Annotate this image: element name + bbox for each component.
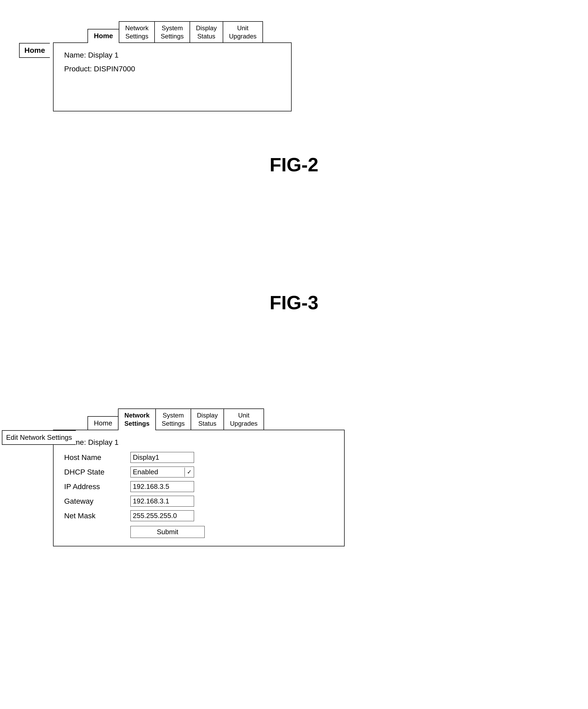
dhcp-state-select[interactable]: Enabled ✓ [131,467,194,477]
fig2-section: Home NetworkSettings SystemSettings Disp… [53,21,291,111]
fig2-product-line: Product: DISPIN7000 [64,65,280,73]
fig2-label: FIG-2 [0,154,588,176]
submit-button[interactable]: Submit [131,526,205,538]
tab-home-fig3[interactable]: Home [87,416,118,430]
tab-display-status-fig3[interactable]: DisplayStatus [191,409,224,430]
dhcp-state-label: DHCP State [64,468,122,476]
fig3-content: Edit Network Settings Name: Display 1 Ho… [53,430,345,546]
gateway-label: Gateway [64,497,122,505]
fig3-section: Home NetworkSettings SystemSettings Disp… [53,409,345,546]
tab-home-fig2[interactable]: Home [87,29,119,43]
dhcp-state-value: Enabled [131,467,185,477]
net-mask-input[interactable] [131,510,194,521]
gateway-input[interactable] [131,496,194,507]
fig3-form: Host Name DHCP State Enabled ✓ IP Addres… [64,452,334,538]
tab-unit-upgrades-fig2[interactable]: UnitUpgrades [223,21,263,43]
tab-system-settings-fig2[interactable]: SystemSettings [154,21,190,43]
fig2-content: Home Name: Display 1 Product: DISPIN7000 [53,43,291,111]
fig3-tab-bar: Home NetworkSettings SystemSettings Disp… [87,409,345,430]
fig2-tab-bar: Home NetworkSettings SystemSettings Disp… [87,21,291,43]
fig3-sidebar-label: Edit Network Settings [2,430,76,445]
host-name-input[interactable] [131,452,194,463]
host-name-label: Host Name [64,453,122,462]
ip-address-input[interactable] [131,481,194,492]
tab-unit-upgrades-fig3[interactable]: UnitUpgrades [223,409,264,430]
fig3-name-line: Name: Display 1 [64,438,334,447]
tab-network-settings-fig2[interactable]: NetworkSettings [119,21,155,43]
dhcp-state-arrow-icon: ✓ [185,468,194,477]
tab-system-settings-fig3[interactable]: SystemSettings [156,409,191,430]
fig2-sidebar-label: Home [19,43,50,58]
fig2-name-line: Name: Display 1 [64,51,280,59]
fig3-label: FIG-3 [0,292,588,314]
net-mask-label: Net Mask [64,511,122,520]
tab-display-status-fig2[interactable]: DisplayStatus [190,21,223,43]
ip-address-label: IP Address [64,482,122,491]
tab-network-settings-fig3[interactable]: NetworkSettings [118,409,156,430]
